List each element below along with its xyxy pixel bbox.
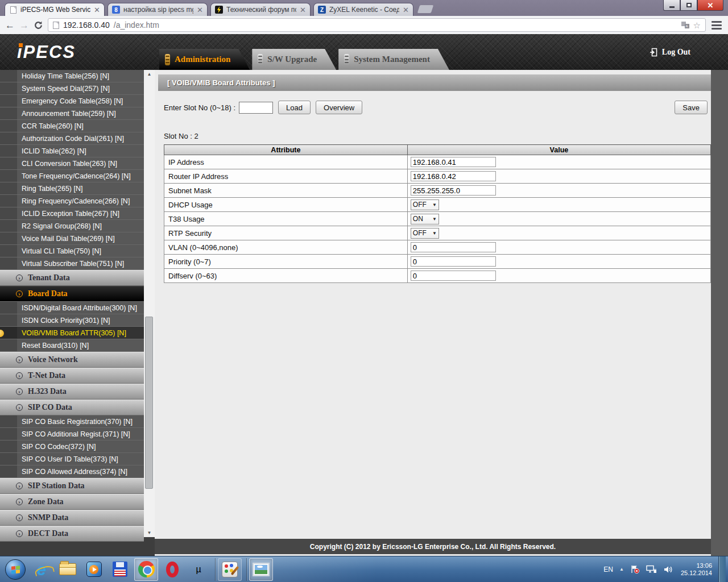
- priority-0-7-input[interactable]: [411, 256, 496, 267]
- subnet-mask-input[interactable]: [411, 185, 496, 196]
- overview-button[interactable]: Overview: [316, 101, 362, 114]
- scrollbar-track[interactable]: ▲ ▼: [144, 70, 155, 537]
- vlan-0-4096-none-input[interactable]: [411, 242, 496, 252]
- sidebar-category-sip-co-data[interactable]: ›SIP CO Data: [0, 400, 144, 415]
- sidebar-item-sip-co-additional-regist-371-n[interactable]: SIP CO Additional Regist.(371) [N]: [0, 428, 144, 440]
- sidebar-item-r2-signal-group-268-n[interactable]: R2 Signal Group(268) [N]: [0, 220, 144, 232]
- sidebar-item-tone-frequency-cadence-264-n[interactable]: Tone Frequency/Cadence(264) [N]: [0, 170, 144, 182]
- scroll-down-icon[interactable]: ▼: [144, 529, 155, 537]
- browser-tab-forum[interactable]: Технический форум по н ✕: [210, 3, 311, 16]
- sidebar-category-h-323-data[interactable]: ›H.323 Data: [0, 384, 144, 400]
- chrome-icon[interactable]: [134, 558, 158, 581]
- circle-arrow-icon: ›: [16, 275, 23, 281]
- load-button[interactable]: Load: [278, 101, 311, 114]
- sidebar-category-t-net-data[interactable]: ›T-Net Data: [0, 368, 144, 384]
- sidebar-category-snmp-data[interactable]: ›SNMP Data: [0, 510, 144, 526]
- translate-icon[interactable]: [681, 22, 689, 28]
- t38-usage-select[interactable]: ON▼: [411, 214, 439, 225]
- rtp-security-select[interactable]: OFF▼: [411, 228, 439, 239]
- show-desktop-button[interactable]: [718, 556, 726, 582]
- tab-system-management[interactable]: System Management: [338, 49, 449, 70]
- sidebar-item-sip-co-basic-registration-370-n[interactable]: SIP CO Basic Registration(370) [N]: [0, 415, 144, 428]
- tab-sw-upgrade[interactable]: S/W Upgrade: [252, 49, 336, 70]
- media-player-icon[interactable]: [82, 558, 106, 581]
- page-icon: [9, 6, 17, 14]
- sidebar-item-cli-conversion-table-263-n[interactable]: CLI Conversion Table(263) [N]: [0, 157, 144, 170]
- reload-icon[interactable]: [34, 20, 43, 30]
- sidebar-item-sip-co-user-id-table-373-n[interactable]: SIP CO User ID Table(373) [N]: [0, 453, 144, 465]
- sidebar-item-voice-mail-dial-table-269-n[interactable]: Voice Mail Dial Table(269) [N]: [0, 232, 144, 245]
- sidebar-category-board-data[interactable]: ›Board Data: [0, 286, 144, 302]
- ip-address-input[interactable]: [411, 157, 496, 167]
- sidebar-item-isdn-digital-board-attribute-300-n[interactable]: ISDN/Digital Board Attribute(300) [N]: [0, 302, 144, 314]
- sidebar-item-emergency-code-table-258-n[interactable]: Emergency Code Table(258) [N]: [0, 95, 144, 107]
- minimize-button[interactable]: [663, 0, 680, 11]
- menu-label: Emergency Code Table(258) [N]: [22, 97, 123, 105]
- menu-label: Virtual Subscriber Table(751) [N]: [22, 260, 124, 268]
- language-indicator[interactable]: EN: [603, 566, 613, 573]
- sidebar-item-virtual-cli-table-750-n[interactable]: Virtual CLI Table(750) [N]: [0, 245, 144, 257]
- slot-number-input[interactable]: [239, 102, 273, 114]
- start-orb[interactable]: [3, 558, 27, 581]
- close-window-button[interactable]: ✕: [697, 0, 723, 11]
- copyright-footer: Copyright (C) 2012 by Ericsson-LG Enterp…: [155, 539, 711, 554]
- scrollbar-thumb[interactable]: [145, 317, 153, 489]
- close-icon[interactable]: ✕: [300, 6, 306, 14]
- photo-viewer-icon[interactable]: [249, 558, 273, 581]
- hidden-icons-arrow[interactable]: ▲: [619, 567, 624, 572]
- attribute-label: IP Address: [164, 155, 408, 169]
- internet-explorer-icon[interactable]: e: [30, 558, 53, 581]
- sidebar-item-isdn-clock-priority-301-n[interactable]: ISDN Clock Priority(301) [N]: [0, 314, 144, 327]
- utorrent-icon[interactable]: µ: [187, 558, 210, 581]
- close-icon[interactable]: ✕: [403, 6, 409, 14]
- sidebar-item-ring-frequency-cadence-266-n[interactable]: Ring Frequency/Cadence(266) [N]: [0, 195, 144, 207]
- restore-button[interactable]: [680, 0, 697, 11]
- sidebar-item-reset-board-310-n[interactable]: Reset Board(310) [N]: [0, 339, 144, 352]
- forward-icon[interactable]: →: [19, 20, 29, 30]
- close-icon[interactable]: ✕: [94, 6, 100, 14]
- dhcp-usage-select[interactable]: OFF▼: [411, 199, 439, 210]
- sidebar-item-holiday-time-table-256-n[interactable]: Holiday Time Table(256) [N]: [0, 70, 144, 82]
- sidebar-item-ccr-table-260-n[interactable]: CCR Table(260) [N]: [0, 120, 144, 132]
- diffserv-0-63-input[interactable]: [411, 271, 496, 281]
- sidebar-item-iclid-table-262-n[interactable]: ICLID Table(262) [N]: [0, 145, 144, 157]
- url-bar[interactable]: 192.168.0.40/a_index.htm ☆: [48, 18, 706, 32]
- clock[interactable]: 13:06 25.12.2014: [681, 562, 712, 577]
- close-icon[interactable]: ✕: [197, 6, 203, 14]
- value-cell: [407, 255, 710, 269]
- floppy-app-icon[interactable]: [108, 558, 132, 581]
- logout-button[interactable]: Log Out: [650, 48, 690, 57]
- router-ip-address-input[interactable]: [411, 171, 496, 181]
- sidebar-item-iclid-exception-table-267-n[interactable]: ICLID Exception Table(267) [N]: [0, 207, 144, 220]
- network-icon[interactable]: [646, 565, 657, 574]
- sidebar-item-announcement-table-259-n[interactable]: Announcement Table(259) [N]: [0, 107, 144, 120]
- url-host: 192.168.0.40: [63, 20, 110, 30]
- sidebar-category-voice-network[interactable]: ›Voice Network: [0, 352, 144, 368]
- sidebar-category-sip-station-data[interactable]: ›SIP Station Data: [0, 478, 144, 494]
- sidebar-item-sip-co-allowed-address-374-n[interactable]: SIP CO Allowed Address(374) [N]: [0, 465, 144, 478]
- bookmark-star-icon[interactable]: ☆: [693, 21, 701, 30]
- browser-tab-zyxel[interactable]: Z ZyXEL Keenetic - Соедине ✕: [313, 3, 413, 16]
- tab-administration[interactable]: Administration: [159, 49, 250, 70]
- opera-icon[interactable]: [160, 558, 184, 581]
- browser-tab-ipecs[interactable]: iPECS-MG Web Services ✕: [5, 3, 105, 16]
- scroll-up-icon[interactable]: ▲: [144, 70, 155, 78]
- browser-menu-icon[interactable]: [710, 20, 723, 31]
- back-icon[interactable]: ←: [5, 20, 15, 30]
- sidebar-item-virtual-subscriber-table-751-n[interactable]: Virtual Subscriber Table(751) [N]: [0, 257, 144, 270]
- speaker-icon[interactable]: [663, 565, 673, 574]
- sidebar-item-system-speed-dial-257-n[interactable]: System Speed Dial(257) [N]: [0, 82, 144, 95]
- new-tab-button[interactable]: [417, 5, 434, 13]
- paint-icon[interactable]: [218, 558, 242, 581]
- sidebar-item-ring-table-265-n[interactable]: Ring Table(265) [N]: [0, 182, 144, 195]
- browser-tab-google[interactable]: 8 настройка sip ipecs mg - ✕: [107, 3, 208, 16]
- sidebar-item-sip-co-codec-372-n[interactable]: SIP CO Codec(372) [N]: [0, 440, 144, 453]
- sidebar-item-authorization-code-dial-261-n[interactable]: Authorization Code Dial(261) [N]: [0, 132, 144, 145]
- sidebar-item-voib-vmib-board-attr-305-n[interactable]: VOIB/VMIB Board ATTR(305) [N]: [0, 327, 144, 339]
- action-center-flag-icon[interactable]: [630, 564, 640, 574]
- sidebar-category-dect-data[interactable]: ›DECT Data: [0, 526, 144, 542]
- windows-explorer-icon[interactable]: [56, 558, 80, 581]
- sidebar-category-tenant-data[interactable]: ›Tenant Data: [0, 270, 144, 286]
- save-button[interactable]: Save: [675, 101, 708, 114]
- sidebar-category-zone-data[interactable]: ›Zone Data: [0, 494, 144, 510]
